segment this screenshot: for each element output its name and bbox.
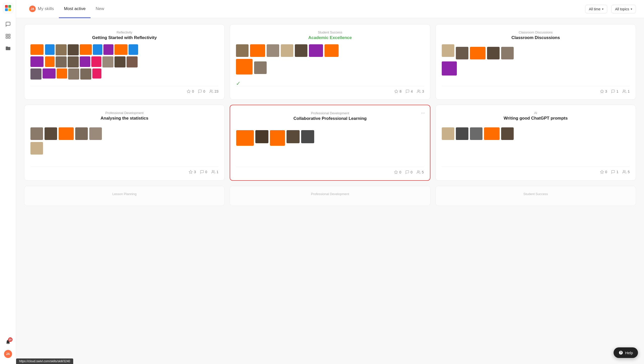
card-menu-button[interactable]: ··· (421, 110, 425, 116)
svg-point-9 (623, 90, 625, 91)
card-category: AI (442, 111, 630, 115)
comment-stat: 1 (611, 89, 618, 93)
main-content: JA My skills Most active New All time ▾ … (16, 0, 644, 364)
card-getting-started[interactable]: Reflectivity Getting Started with Reflec… (24, 24, 225, 100)
members-stat: 5 (622, 170, 630, 174)
card-lesson-planning[interactable]: Lesson Planning (24, 186, 225, 206)
all-time-label: All time (589, 7, 600, 11)
card-analysing-statistics[interactable]: Professional Development Analysing the s… (24, 105, 225, 181)
card-student-success[interactable]: Student Success (435, 186, 636, 206)
card-title: Analysing the statistics (30, 116, 218, 121)
svg-rect-3 (8, 37, 10, 38)
card-title: Collaborative Professional Learning (236, 116, 424, 121)
header-filters: All time ▾ All topics ▾ (585, 5, 636, 13)
card-visual (30, 125, 218, 163)
checkmark-icon: ✓ (236, 80, 240, 87)
user-avatar[interactable]: JA (4, 350, 12, 358)
members-stat: 3 (417, 89, 424, 93)
members-stat: 1 (211, 170, 219, 174)
comment-stat: 0 (198, 89, 205, 93)
card-footer: 8 4 3 (236, 86, 424, 93)
svg-marker-8 (600, 90, 603, 93)
card-professional-development[interactable]: Professional Development (230, 186, 430, 206)
star-stat: 0 (187, 89, 194, 93)
svg-rect-1 (8, 34, 10, 36)
star-stat: 3 (600, 89, 607, 93)
tab-my-skills[interactable]: JA My skills (24, 0, 59, 18)
svg-point-13 (417, 171, 419, 172)
tab-most-active[interactable]: Most active (59, 0, 91, 18)
tab-most-active-label: Most active (64, 6, 86, 11)
card-visual (236, 125, 424, 163)
star-stat: 0 (600, 170, 607, 174)
card-classroom-discussions[interactable]: Classroom Discussions Classroom Discussi… (435, 24, 636, 100)
star-stat: 8 (394, 89, 401, 93)
card-category: Student Success (442, 192, 630, 196)
svg-point-15 (623, 170, 625, 172)
card-visual (442, 125, 630, 163)
card-category: Professional Development (236, 192, 424, 196)
svg-marker-12 (394, 170, 398, 174)
members-stat: 1 (622, 89, 630, 93)
card-footer: 3 0 1 (30, 167, 218, 174)
tab-avatar: JA (29, 6, 36, 12)
tab-my-skills-label: My skills (38, 6, 54, 11)
svg-point-7 (418, 90, 419, 91)
card-visual (236, 44, 424, 82)
sidebar-bottom: 20 JA (3, 337, 13, 361)
card-category: Classroom Discussions (442, 30, 630, 34)
sidebar: 20 JA (0, 0, 16, 364)
card-academic-excellence[interactable]: Student Success Academic Excellence ✓ (230, 24, 430, 100)
svg-marker-4 (187, 90, 190, 93)
header-tabs: JA My skills Most active New (24, 0, 109, 18)
card-category: Lesson Planning (30, 192, 218, 196)
card-visual (442, 44, 630, 82)
all-topics-label: All topics (615, 7, 629, 11)
star-stat: 3 (189, 170, 196, 174)
all-time-filter[interactable]: All time ▾ (585, 5, 607, 13)
svg-marker-10 (189, 170, 192, 173)
tab-new-label: New (96, 6, 104, 11)
header: JA My skills Most active New All time ▾ … (16, 0, 644, 18)
notification-count: 20 (8, 337, 13, 342)
svg-point-5 (210, 90, 211, 91)
members-stat: 5 (417, 170, 424, 174)
all-topics-filter[interactable]: All topics ▾ (611, 5, 636, 13)
svg-marker-14 (600, 170, 603, 173)
tab-new[interactable]: New (91, 0, 109, 18)
comment-stat: 1 (611, 170, 618, 174)
card-footer: 0 0 5 (236, 167, 424, 174)
svg-rect-2 (6, 37, 7, 38)
card-category: Student Success (236, 30, 424, 34)
chevron-down-icon: ▾ (602, 7, 603, 11)
card-visual (30, 44, 218, 82)
svg-rect-0 (6, 34, 7, 36)
members-stat: 23 (209, 89, 219, 93)
sidebar-item-chat[interactable] (3, 19, 13, 29)
comment-stat: 0 (405, 170, 413, 174)
card-title: Academic Excellence (236, 35, 424, 40)
chevron-down-icon: ▾ (631, 7, 632, 11)
comment-stat: 0 (200, 170, 207, 174)
card-chatgpt-prompts[interactable]: AI Writing good ChatGPT prompts 0 (435, 105, 636, 181)
help-button[interactable]: Help (614, 347, 638, 358)
sidebar-item-dashboard[interactable] (3, 31, 13, 41)
app-logo[interactable] (3, 3, 13, 13)
notification-bell[interactable]: 20 (3, 337, 13, 347)
card-title: Getting Started with Reflectivity (30, 35, 218, 40)
svg-marker-6 (395, 90, 398, 93)
sidebar-nav (3, 19, 13, 337)
card-footer: 0 1 5 (442, 167, 630, 174)
card-footer: 3 1 1 (442, 86, 630, 93)
sidebar-item-folder[interactable] (3, 43, 13, 53)
comment-stat: 4 (406, 89, 413, 93)
card-footer: 0 0 23 (30, 86, 218, 93)
cards-content: Reflectivity Getting Started with Reflec… (16, 18, 644, 364)
star-stat: 0 (394, 170, 401, 174)
card-title: Classroom Discussions (442, 35, 630, 40)
card-collaborative-learning[interactable]: Professional Development Collaborative P… (230, 105, 430, 181)
card-category: Professional Development (236, 111, 424, 115)
card-category: Professional Development (30, 111, 218, 115)
help-label: Help (625, 351, 633, 355)
cards-grid: Reflectivity Getting Started with Reflec… (24, 24, 636, 206)
